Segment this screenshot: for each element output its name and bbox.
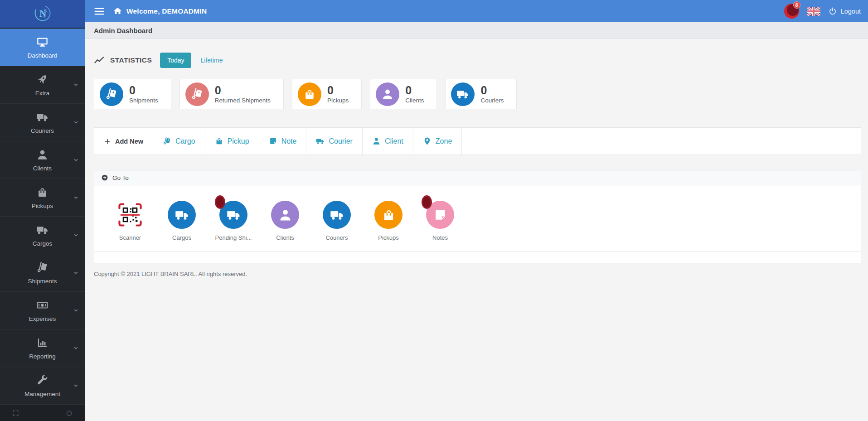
- truck-icon: [316, 137, 325, 145]
- stat-card-shipments: 0Shipments: [94, 79, 171, 109]
- svg-text:S: S: [44, 7, 47, 14]
- goto-pending-shi[interactable]: Pending Shi...: [208, 201, 259, 245]
- truck-icon: [36, 224, 48, 236]
- copyright-text: Copyright © 2021 LIGHT BRAIN SARL. All r…: [94, 271, 861, 277]
- map-marker-icon: [423, 137, 432, 145]
- welcome-text: Welcome, DEMOADMIN: [126, 7, 207, 15]
- add-new-button[interactable]: Add New: [94, 128, 153, 155]
- add-zone-button[interactable]: Zone: [413, 128, 462, 155]
- user-icon: [36, 149, 48, 161]
- truck-icon: [36, 111, 48, 123]
- money-icon: [36, 299, 48, 311]
- arrow-circle-right-icon: [101, 174, 108, 181]
- chevron-down-icon: [73, 345, 79, 351]
- dolly-icon: [36, 261, 48, 274]
- goto-couriers[interactable]: Couriers: [311, 201, 363, 245]
- user-icon: [381, 88, 394, 101]
- goto-clients[interactable]: Clients: [259, 201, 311, 245]
- sidebar-footer: [0, 405, 85, 421]
- wrench-icon: [36, 374, 48, 387]
- user-icon: [372, 137, 381, 145]
- sidebar-menu: DashboardExtraCouriersClientsPickupsCarg…: [0, 29, 85, 405]
- sidebar: N S s DashboardExtraCouriersClientsPicku…: [0, 0, 85, 421]
- goto-cargos[interactable]: Cargos: [156, 201, 208, 245]
- sidebar-item-management[interactable]: Management: [0, 367, 85, 405]
- truck-icon: [456, 88, 469, 101]
- sidebar-item-couriers[interactable]: Couriers: [0, 104, 85, 141]
- quick-add-toolbar: Add NewCargoPickupNoteCourierClientZone: [94, 127, 861, 155]
- sidebar-item-clients[interactable]: Clients: [0, 141, 85, 179]
- goto-panel-footer: [94, 251, 861, 263]
- rocket-icon: [36, 73, 48, 86]
- brand-logo-icon: N S s: [33, 3, 53, 25]
- page-title: Admin Dashboard: [85, 22, 868, 39]
- language-flag-uk[interactable]: [807, 7, 820, 16]
- home-link[interactable]: Welcome, DEMOADMIN: [113, 6, 207, 16]
- sidebar-item-dashboard[interactable]: Dashboard: [0, 29, 85, 66]
- statistics-header: STATISTICS Today Lifetime: [94, 53, 861, 68]
- stat-cards-row: 0Shipments0Returned Shipments0Pickups0Cl…: [94, 79, 861, 109]
- goto-panel-header: Go To: [94, 170, 861, 185]
- filter-today-button[interactable]: Today: [160, 53, 191, 68]
- power-icon: [828, 7, 837, 16]
- goto-panel: Go To ScannerCargosPending Shi...Clients…: [94, 170, 861, 263]
- fullscreen-icon[interactable]: [12, 409, 19, 417]
- chevron-down-icon: [73, 308, 79, 314]
- logo-block: N S s: [0, 0, 85, 29]
- bag-icon: [303, 88, 316, 101]
- power-icon[interactable]: [65, 409, 73, 417]
- add-courier-button[interactable]: Courier: [306, 128, 362, 155]
- add-note-button[interactable]: Note: [259, 128, 307, 155]
- chart-bar-icon: [36, 337, 48, 349]
- sidebar-item-extra[interactable]: Extra: [0, 66, 85, 104]
- topbar: Welcome, DEMOADMIN 8: [85, 0, 868, 22]
- logout-button[interactable]: Logout: [828, 7, 861, 16]
- home-icon: [113, 6, 122, 16]
- chevron-down-icon: [73, 383, 79, 389]
- chart-line-icon: [94, 56, 105, 64]
- add-client-button[interactable]: Client: [363, 128, 413, 155]
- chevron-down-icon: [73, 270, 79, 276]
- note-icon: [269, 137, 277, 145]
- chevron-down-icon: [73, 82, 79, 88]
- alert-badge: [215, 195, 225, 209]
- note-icon: [433, 208, 447, 222]
- truck-icon: [330, 208, 344, 222]
- sidebar-item-reporting[interactable]: Reporting: [0, 329, 85, 367]
- qr-icon: [117, 202, 143, 228]
- plus-icon: [104, 138, 111, 145]
- add-pickup-button[interactable]: Pickup: [205, 128, 259, 155]
- toolbar-spacer: [462, 128, 861, 155]
- notifications-button[interactable]: 8: [784, 4, 799, 19]
- sidebar-item-expenses[interactable]: Expenses: [0, 292, 85, 329]
- stat-card-pickups: 0Pickups: [292, 79, 362, 109]
- chevron-down-icon: [73, 232, 79, 238]
- bag-icon: [36, 186, 48, 198]
- sidebar-item-pickups[interactable]: Pickups: [0, 179, 85, 217]
- stat-card-clients: 0Clients: [370, 79, 437, 109]
- dolly-icon: [105, 88, 118, 101]
- chevron-down-icon: [73, 120, 79, 126]
- filter-lifetime-link[interactable]: Lifetime: [200, 57, 223, 64]
- notification-count-badge: 8: [793, 1, 800, 9]
- goto-scanner[interactable]: Scanner: [104, 201, 156, 245]
- desktop-icon: [36, 36, 48, 48]
- statistics-title: STATISTICS: [110, 56, 152, 64]
- dolly-icon: [163, 137, 171, 145]
- goto-notes[interactable]: Notes: [414, 201, 466, 245]
- sidebar-item-cargos[interactable]: Cargos: [0, 217, 85, 254]
- add-cargo-button[interactable]: Cargo: [153, 128, 205, 155]
- sidebar-item-shipments[interactable]: Shipments: [0, 254, 85, 292]
- svg-text:s: s: [43, 14, 45, 19]
- stat-card-couriers: 0Couriers: [445, 79, 517, 109]
- menu-toggle-icon[interactable]: [93, 5, 105, 17]
- goto-title: Go To: [112, 174, 129, 181]
- user-icon: [278, 208, 292, 222]
- stat-card-returned-shipments: 0Returned Shipments: [179, 79, 284, 109]
- truck-icon: [227, 208, 241, 222]
- dolly-icon: [191, 88, 204, 101]
- main-area: Welcome, DEMOADMIN 8: [85, 0, 868, 421]
- chevron-down-icon: [73, 195, 79, 201]
- goto-pickups[interactable]: Pickups: [363, 201, 414, 245]
- chevron-down-icon: [73, 157, 79, 163]
